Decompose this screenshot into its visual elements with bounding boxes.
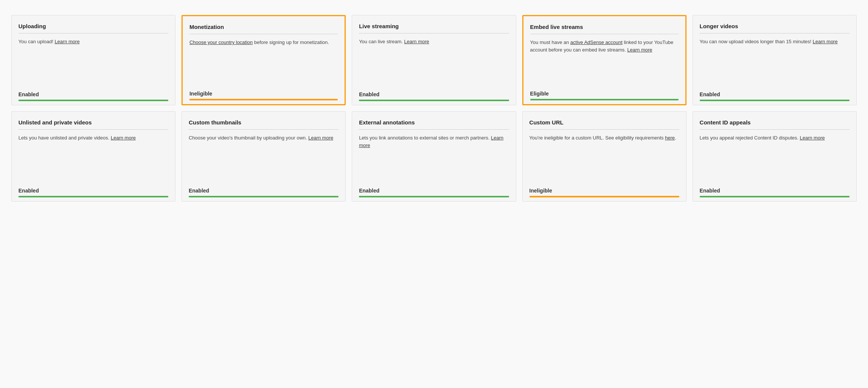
status-bar-longer-videos bbox=[700, 100, 850, 101]
card-status-uploading: Enabled bbox=[18, 91, 168, 97]
card-row-0: UploadingYou can upload! Learn moreEnabl… bbox=[11, 15, 857, 105]
card-inner-uploading: UploadingYou can upload! Learn more bbox=[12, 15, 175, 86]
card-status-custom-url: Ineligible bbox=[529, 188, 679, 194]
card-status-longer-videos: Enabled bbox=[700, 91, 850, 97]
link-monetization[interactable]: Choose your country location bbox=[189, 39, 253, 45]
status-bar-custom-thumbnails bbox=[189, 196, 339, 197]
card-title-uploading: Uploading bbox=[18, 23, 168, 33]
card-description-custom-thumbnails: Choose your video's thumbnail by uploadi… bbox=[189, 134, 339, 177]
card-monetization: MonetizationChoose your country location… bbox=[181, 15, 346, 105]
card-title-custom-url: Custom URL bbox=[529, 119, 679, 130]
status-bar-custom-url bbox=[529, 196, 679, 197]
card-footer-custom-thumbnails: Enabled bbox=[182, 182, 345, 201]
card-footer-monetization: Ineligible bbox=[183, 85, 345, 104]
card-description-unlisted-private-videos: Lets you have unlisted and private video… bbox=[18, 134, 168, 177]
card-inner-custom-url: Custom URLYou're ineligible for a custom… bbox=[523, 112, 686, 182]
card-status-custom-thumbnails: Enabled bbox=[189, 188, 339, 194]
card-description-external-annotations: Lets you link annotations to external si… bbox=[359, 134, 509, 177]
card-title-live-streaming: Live streaming bbox=[359, 23, 509, 33]
card-custom-url: Custom URLYou're ineligible for a custom… bbox=[522, 111, 687, 202]
card-footer-longer-videos: Enabled bbox=[693, 86, 856, 105]
card-title-monetization: Monetization bbox=[189, 24, 338, 34]
card-status-monetization: Ineligible bbox=[189, 91, 338, 97]
card-footer-external-annotations: Enabled bbox=[352, 182, 516, 201]
card-title-unlisted-private-videos: Unlisted and private videos bbox=[18, 119, 168, 130]
card-inner-live-streaming: Live streamingYou can live stream. Learn… bbox=[352, 15, 516, 86]
card-description-uploading: You can upload! Learn more bbox=[18, 38, 168, 80]
card-description-longer-videos: You can now upload videos longer than 15… bbox=[700, 38, 850, 80]
card-inner-custom-thumbnails: Custom thumbnailsChoose your video's thu… bbox=[182, 112, 345, 182]
link-embed-live-streams[interactable]: active AdSense account bbox=[570, 39, 623, 45]
card-title-longer-videos: Longer videos bbox=[700, 23, 850, 33]
card-custom-thumbnails: Custom thumbnailsChoose your video's thu… bbox=[181, 111, 346, 202]
learn-more-link-content-id-appeals[interactable]: Learn more bbox=[800, 135, 824, 141]
card-content-id-appeals: Content ID appealsLets you appeal reject… bbox=[693, 111, 857, 202]
link-custom-url[interactable]: here bbox=[665, 135, 675, 141]
learn-more-link-custom-thumbnails[interactable]: Learn more bbox=[308, 135, 333, 141]
card-embed-live-streams: Embed live streamsYou must have an activ… bbox=[522, 15, 687, 105]
card-inner-longer-videos: Longer videosYou can now upload videos l… bbox=[693, 15, 856, 86]
card-description-live-streaming: You can live stream. Learn more bbox=[359, 38, 509, 80]
card-title-content-id-appeals: Content ID appeals bbox=[700, 119, 850, 130]
card-description-embed-live-streams: You must have an active AdSense account … bbox=[530, 39, 679, 80]
learn-more-link-live-streaming[interactable]: Learn more bbox=[404, 39, 429, 44]
card-row-1: Unlisted and private videosLets you have… bbox=[11, 111, 857, 202]
card-description-custom-url: You're ineligible for a custom URL. See … bbox=[529, 134, 679, 177]
card-inner-monetization: MonetizationChoose your country location… bbox=[183, 16, 345, 85]
card-longer-videos: Longer videosYou can now upload videos l… bbox=[693, 15, 857, 105]
card-footer-live-streaming: Enabled bbox=[352, 86, 516, 105]
status-bar-monetization bbox=[189, 99, 338, 100]
card-status-unlisted-private-videos: Enabled bbox=[18, 188, 168, 194]
card-inner-external-annotations: External annotationsLets you link annota… bbox=[352, 112, 516, 182]
page-wrapper: UploadingYou can upload! Learn moreEnabl… bbox=[0, 0, 868, 223]
learn-more-link-longer-videos[interactable]: Learn more bbox=[813, 39, 838, 44]
link-embed-live-streams[interactable]: Learn more bbox=[627, 47, 652, 53]
card-footer-unlisted-private-videos: Enabled bbox=[12, 182, 175, 201]
card-live-streaming: Live streamingYou can live stream. Learn… bbox=[352, 15, 516, 105]
status-bar-live-streaming bbox=[359, 100, 509, 101]
status-bar-external-annotations bbox=[359, 196, 509, 197]
card-external-annotations: External annotationsLets you link annota… bbox=[352, 111, 516, 202]
card-inner-unlisted-private-videos: Unlisted and private videosLets you have… bbox=[12, 112, 175, 182]
card-status-external-annotations: Enabled bbox=[359, 188, 509, 194]
card-description-content-id-appeals: Lets you appeal rejected Content ID disp… bbox=[700, 134, 850, 177]
card-description-monetization: Choose your country location before sign… bbox=[189, 39, 338, 80]
learn-more-link-unlisted-private-videos[interactable]: Learn more bbox=[111, 135, 136, 141]
status-bar-uploading bbox=[18, 100, 168, 101]
card-footer-custom-url: Ineligible bbox=[523, 182, 686, 201]
status-bar-content-id-appeals bbox=[700, 196, 850, 197]
card-title-external-annotations: External annotations bbox=[359, 119, 509, 130]
card-title-custom-thumbnails: Custom thumbnails bbox=[189, 119, 339, 130]
card-inner-content-id-appeals: Content ID appealsLets you appeal reject… bbox=[693, 112, 856, 182]
card-status-content-id-appeals: Enabled bbox=[700, 188, 850, 194]
learn-more-link-uploading[interactable]: Learn more bbox=[54, 39, 79, 44]
status-bar-embed-live-streams bbox=[530, 99, 679, 100]
card-title-embed-live-streams: Embed live streams bbox=[530, 24, 679, 34]
card-footer-embed-live-streams: Eligible bbox=[523, 85, 685, 104]
learn-more-link-external-annotations[interactable]: Learn more bbox=[359, 135, 503, 148]
card-footer-content-id-appeals: Enabled bbox=[693, 182, 856, 201]
card-uploading: UploadingYou can upload! Learn moreEnabl… bbox=[11, 15, 175, 105]
card-unlisted-private-videos: Unlisted and private videosLets you have… bbox=[11, 111, 175, 202]
status-bar-unlisted-private-videos bbox=[18, 196, 168, 197]
card-footer-uploading: Enabled bbox=[12, 86, 175, 105]
card-status-live-streaming: Enabled bbox=[359, 91, 509, 97]
card-inner-embed-live-streams: Embed live streamsYou must have an activ… bbox=[523, 16, 685, 85]
card-status-embed-live-streams: Eligible bbox=[530, 91, 679, 97]
